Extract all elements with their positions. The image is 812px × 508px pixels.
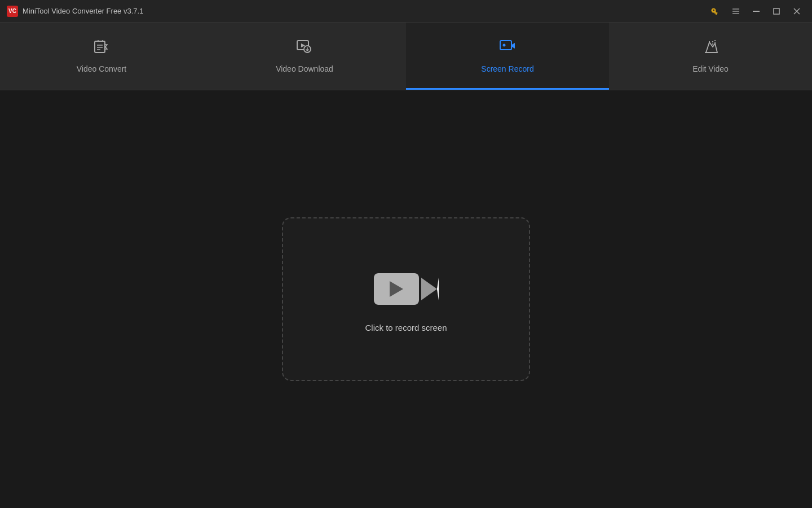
- play-triangle-icon: [390, 281, 403, 297]
- main-content: Click to record screen: [0, 90, 812, 508]
- tab-edit-video[interactable]: Edit Video: [609, 23, 812, 90]
- menu-icon[interactable]: [727, 3, 744, 20]
- tab-video-download[interactable]: Video Download: [203, 23, 406, 90]
- tab-video-convert-label: Video Convert: [77, 64, 126, 73]
- navbar: Video Convert Video Download Screen Reco…: [0, 23, 812, 90]
- svg-point-13: [503, 43, 506, 46]
- tab-screen-record-label: Screen Record: [481, 64, 533, 73]
- key-icon[interactable]: [707, 3, 724, 20]
- svg-rect-11: [500, 41, 511, 50]
- minimize-button[interactable]: [748, 3, 765, 20]
- app-logo: VC: [7, 6, 18, 17]
- video-camera-icon: [374, 273, 439, 305]
- screen-record-icon: [498, 38, 517, 59]
- titlebar: VC MiniTool Video Converter Free v3.7.1: [0, 0, 812, 23]
- record-area[interactable]: Click to record screen: [282, 217, 530, 381]
- tab-video-convert[interactable]: Video Convert: [0, 23, 203, 90]
- svg-rect-3: [753, 11, 760, 12]
- tab-edit-video-label: Edit Video: [692, 64, 729, 73]
- video-convert-icon: [92, 38, 111, 59]
- video-download-icon: [295, 38, 314, 59]
- edit-video-icon: [701, 38, 720, 59]
- titlebar-controls: [707, 3, 805, 20]
- close-button[interactable]: [788, 3, 805, 20]
- maximize-button[interactable]: [768, 3, 785, 20]
- cam-body: [374, 273, 419, 305]
- svg-rect-4: [774, 8, 779, 14]
- cam-lens-side: [421, 278, 439, 300]
- record-icon-wrapper: [375, 266, 437, 312]
- svg-rect-7: [95, 41, 105, 52]
- tab-video-download-label: Video Download: [276, 64, 333, 73]
- record-prompt-text: Click to record screen: [365, 323, 447, 332]
- titlebar-left: VC MiniTool Video Converter Free v3.7.1: [7, 6, 143, 17]
- app-title-text: MiniTool Video Converter Free v3.7.1: [23, 7, 143, 15]
- tab-screen-record[interactable]: Screen Record: [406, 23, 609, 90]
